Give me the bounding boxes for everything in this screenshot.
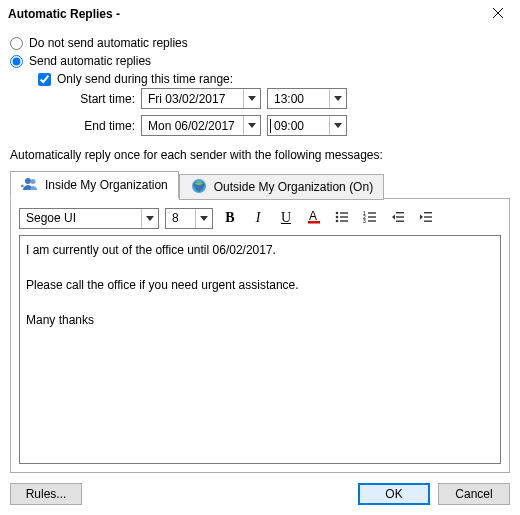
font-color-icon: A: [306, 209, 322, 228]
start-date-value: Fri 03/02/2017: [148, 92, 225, 106]
bullet-list-button[interactable]: [331, 207, 353, 229]
svg-rect-4: [21, 185, 24, 186]
org-outside-icon: [190, 177, 208, 198]
end-time-combo[interactable]: 09:00: [267, 115, 347, 136]
end-time-value: 09:00: [270, 119, 304, 133]
chevron-down-icon: [329, 89, 346, 108]
radio-send[interactable]: Send automatic replies: [10, 52, 510, 70]
automatic-replies-dialog: Automatic Replies - Do not send automati…: [0, 0, 520, 515]
radio-send-label: Send automatic replies: [29, 54, 151, 68]
dialog-buttons: Rules... OK Cancel: [0, 473, 520, 515]
italic-button[interactable]: I: [247, 207, 269, 229]
tab-inside-org[interactable]: Inside My Organization: [10, 171, 179, 199]
svg-text:3: 3: [363, 218, 366, 224]
svg-rect-22: [396, 220, 404, 221]
end-time-label: End time:: [50, 119, 135, 133]
outdent-icon: [390, 209, 406, 228]
outdent-button[interactable]: [387, 207, 409, 229]
start-time-label: Start time:: [50, 92, 135, 106]
svg-point-3: [31, 179, 36, 184]
svg-point-8: [336, 211, 339, 214]
chevron-down-icon: [141, 209, 158, 228]
font-family-value: Segoe UI: [26, 211, 76, 225]
tab-outside-org[interactable]: Outside My Organization (On): [179, 174, 384, 200]
chevron-down-icon: [243, 116, 260, 135]
svg-rect-21: [396, 216, 404, 217]
font-family-combo[interactable]: Segoe UI: [19, 208, 159, 229]
start-time-value: 13:00: [274, 92, 304, 106]
checkbox-time-range[interactable]: Only send during this time range:: [38, 70, 510, 88]
end-date-combo[interactable]: Mon 06/02/2017: [141, 115, 261, 136]
start-time-combo[interactable]: 13:00: [267, 88, 347, 109]
dialog-body: Do not send automatic replies Send autom…: [0, 28, 520, 473]
tab-inside-label: Inside My Organization: [45, 178, 168, 192]
checkbox-time-range-input[interactable]: [38, 73, 51, 86]
indent-icon: [418, 209, 434, 228]
tab-pane-inside: Segoe UI 8 B I U A: [10, 198, 510, 473]
underline-button[interactable]: U: [275, 207, 297, 229]
svg-rect-24: [424, 216, 432, 217]
svg-rect-11: [340, 216, 348, 217]
section-instruction: Automatically reply once for each sender…: [10, 148, 510, 162]
bold-button[interactable]: B: [219, 207, 241, 229]
tab-outside-label: Outside My Organization (On): [214, 180, 373, 194]
chevron-down-icon: [243, 89, 260, 108]
chevron-down-icon: [329, 116, 346, 135]
font-color-button[interactable]: A: [303, 207, 325, 229]
svg-rect-9: [340, 212, 348, 213]
svg-rect-20: [396, 212, 404, 213]
indent-button[interactable]: [415, 207, 437, 229]
svg-text:A: A: [309, 209, 317, 223]
font-size-value: 8: [172, 211, 179, 225]
checkbox-time-range-label: Only send during this time range:: [57, 72, 233, 86]
chevron-down-icon: [195, 209, 212, 228]
svg-rect-19: [368, 220, 376, 221]
radio-do-not-send[interactable]: Do not send automatic replies: [10, 34, 510, 52]
cancel-button[interactable]: Cancel: [438, 483, 510, 505]
svg-rect-23: [424, 212, 432, 213]
radio-do-not-send-label: Do not send automatic replies: [29, 36, 188, 50]
bullet-list-icon: [334, 209, 350, 228]
time-range-grid: Start time: Fri 03/02/2017 13:00 End tim…: [50, 88, 510, 136]
radio-do-not-send-input[interactable]: [10, 37, 23, 50]
svg-rect-13: [340, 220, 348, 221]
svg-point-12: [336, 219, 339, 222]
editor-toolbar: Segoe UI 8 B I U A: [19, 207, 501, 229]
number-list-button[interactable]: 123: [359, 207, 381, 229]
org-inside-icon: [21, 175, 39, 196]
rules-button[interactable]: Rules...: [10, 483, 82, 505]
svg-rect-15: [368, 212, 376, 213]
close-button[interactable]: [478, 1, 518, 27]
radio-send-input[interactable]: [10, 55, 23, 68]
svg-rect-7: [308, 221, 320, 224]
svg-point-10: [336, 215, 339, 218]
title-bar: Automatic Replies -: [0, 0, 520, 28]
tabs: Inside My Organization Outside My Organi…: [10, 169, 510, 199]
number-list-icon: 123: [362, 209, 378, 228]
close-icon: [493, 7, 503, 21]
svg-point-2: [25, 178, 31, 184]
window-title: Automatic Replies -: [8, 7, 120, 21]
svg-rect-25: [424, 220, 432, 221]
svg-rect-17: [368, 216, 376, 217]
message-editor[interactable]: I am currently out of the office until 0…: [19, 235, 501, 464]
end-date-value: Mon 06/02/2017: [148, 119, 235, 133]
start-date-combo[interactable]: Fri 03/02/2017: [141, 88, 261, 109]
ok-button[interactable]: OK: [358, 483, 430, 505]
font-size-combo[interactable]: 8: [165, 208, 213, 229]
